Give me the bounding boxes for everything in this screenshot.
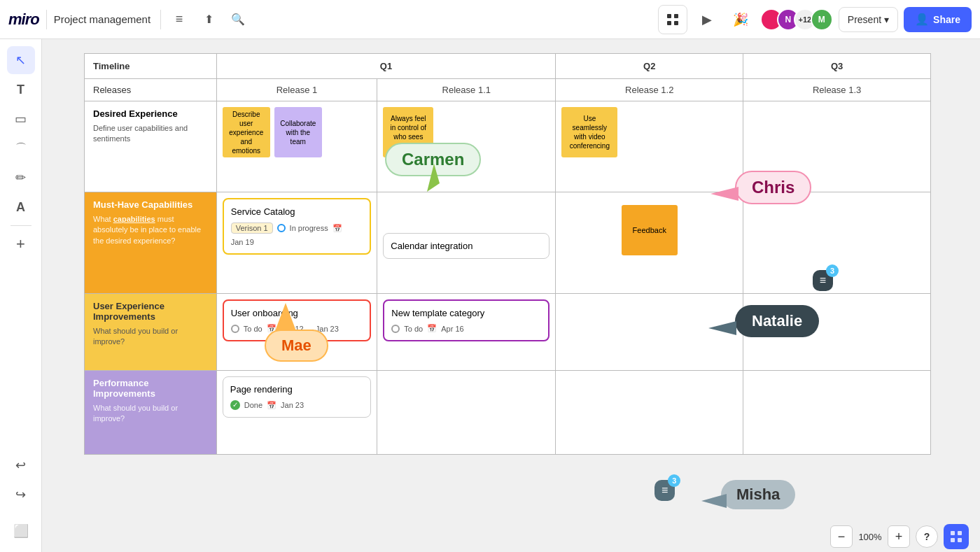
svg-marker-8 [701,494,727,508]
avatar-group: N +12 M [760,8,833,31]
zoom-controls: − 100% + [830,525,910,548]
celebrate-icon: 🎉 [733,12,748,27]
service-catalog-card[interactable]: Service Catalog Verison 1 In progress 📅 … [223,198,372,255]
logo: miro [8,10,39,29]
svg-rect-11 [951,538,955,542]
ux-label: User Experience Improvements What should… [85,294,217,371]
tool-shape[interactable]: A [7,193,35,221]
tool-undo[interactable]: ↩ [7,451,35,479]
mae-bubble: Mae [265,330,328,362]
svg-marker-5 [710,187,738,201]
natalie-comment[interactable]: ≡ 3 [813,270,833,291]
calendar-integration-card[interactable]: Calendar integration [383,233,550,259]
apps-button[interactable] [658,5,687,34]
natalie-arrow [708,318,736,339]
page-rendering-meta: ✓ Done 📅 Jan 23 [230,400,364,410]
must-have-label: Must-Have Capabilities What capabilities… [85,192,217,294]
celebrate-button[interactable]: 🎉 [727,6,755,34]
natalie-comment-icon: ≡ [820,274,826,286]
svg-marker-6 [275,303,296,331]
status-icon-done: ✓ [230,400,240,410]
hamburger-button[interactable]: ≡ [168,8,190,31]
sticky-seamlessly[interactable]: Use seamlessly with video conferencing [561,107,617,157]
topbar-divider-2 [160,10,161,29]
version-tag[interactable]: Verison 1 [231,222,273,234]
header-q2: Q2 [556,54,743,79]
page-rendering-date: Jan 23 [281,401,304,409]
status-icon-inprogress [277,224,286,232]
svg-marker-4 [427,164,440,192]
svg-rect-3 [674,21,678,25]
cursor-tool-button[interactable]: ▶ [693,6,721,34]
tool-text[interactable]: T [7,76,35,104]
carmen-arrow [427,164,455,199]
service-catalog-title: Service Catalog [231,206,363,217]
misha-comment[interactable]: ≡ 3 [654,480,675,501]
present-button[interactable]: Present ▾ [839,7,898,32]
svg-rect-10 [958,531,962,535]
mae-cursor: Mae [265,330,328,362]
perf-q1b [377,371,556,455]
tool-connector[interactable]: ⌒ [7,134,35,162]
board-table: Timeline Q1 Q2 Q3 Releases [84,53,931,455]
export-button[interactable]: ⬆ [197,8,220,31]
carmen-cursor: Carmen [385,143,481,176]
misha-bubble: Misha [721,480,795,509]
must-have-subtitle: What capabilities must absolutely be in … [93,214,208,246]
date-label: Jan 19 [231,238,254,246]
grid-icon [950,530,962,543]
service-catalog-tags: Verison 1 In progress 📅 Jan 19 [231,222,363,246]
tool-redo[interactable]: ↪ [7,481,35,509]
svg-rect-1 [674,14,678,18]
header-q1: Q1 [216,54,556,79]
tool-add[interactable]: + [7,230,35,258]
desired-exp-stickies: Describe user experience and emotions Co… [223,107,372,157]
tool-panel[interactable]: ⬜ [7,517,35,545]
zoom-level: 100% [855,532,885,542]
cal-icon-3: 📅 [267,401,276,410]
tool-pen[interactable]: ✏ [7,164,35,192]
svg-rect-0 [667,14,671,18]
apps-icon [666,13,680,27]
desired-exp-q1a: Describe user experience and emotions Co… [216,101,377,192]
perf-q3 [743,371,931,455]
natalie-cursor: ≡ 3 Natalie [735,305,819,337]
tool-sticky[interactable]: ▭ [7,105,35,133]
must-have-q2: Feedback [556,192,743,294]
ux-subtitle: What should you build or improve? [93,326,208,348]
misha-cursor: ≡ 3 Misha [693,480,795,509]
bottom-bar: − 100% + ? [42,521,980,552]
perf-subtitle: What should you build or improve? [93,403,208,425]
release-1-2: Release 1.2 [556,79,743,101]
toolbar-separator [10,225,31,226]
grid-button[interactable] [944,524,969,549]
sticky-collaborate[interactable]: Collaborate with the team [274,107,322,157]
perf-q2 [556,371,743,455]
natalie-bubble: Natalie [735,305,819,337]
status-icon-todo-2 [391,325,400,333]
must-have-q3 [743,192,931,294]
help-button[interactable]: ? [916,525,938,548]
performance-row: Performance Improvements What should you… [85,371,931,455]
misha-comment-icon: ≡ [662,484,668,496]
desired-exp-subtitle: Define user capabilities and sentiments [93,123,208,145]
search-button[interactable]: 🔍 [227,8,249,31]
avatar-3: M [811,8,833,31]
must-have-title: Must-Have Capabilities [93,199,208,210]
sticky-describe[interactable]: Describe user experience and emotions [223,107,270,157]
share-icon: 👤 [915,13,929,26]
calendar-integration-title: Calendar integration [391,241,542,251]
chris-bubble: Chris [735,171,811,204]
sticky-feedback[interactable]: Feedback [622,205,678,255]
svg-rect-2 [667,21,671,25]
new-template-card[interactable]: New template category To do 📅 Apr 16 [383,299,550,341]
tool-select[interactable]: ↖ [7,46,35,74]
ux-q1b: New template category To do 📅 Apr 16 [377,294,556,371]
perf-q1a: Page rendering ✓ Done 📅 Jan 23 [216,371,377,455]
page-rendering-card[interactable]: Page rendering ✓ Done 📅 Jan 23 [223,376,372,418]
zoom-out-button[interactable]: − [830,525,853,548]
mae-arrow [275,303,296,331]
zoom-in-button[interactable]: + [888,525,910,548]
share-button[interactable]: 👤 Share [904,7,972,32]
calendar-icon: 📅 [332,224,342,233]
